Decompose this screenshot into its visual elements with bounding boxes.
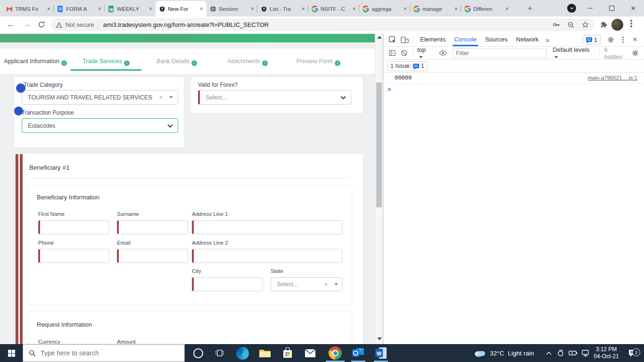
- clear-icon[interactable]: ×: [324, 281, 328, 288]
- email-field[interactable]: [117, 249, 188, 263]
- tab-close-icon[interactable]: ×: [199, 6, 203, 12]
- city-field[interactable]: [192, 277, 263, 291]
- trade-category-select[interactable]: TOURISM AND TRAVEL RELATED SERVICES ×: [22, 90, 178, 105]
- window-minimize-button[interactable]: [579, 0, 601, 16]
- bookmark-star-icon[interactable]: [581, 21, 589, 29]
- tab-applicant-information[interactable]: Applicant Informationi: [0, 58, 71, 66]
- tab-close-icon[interactable]: ×: [301, 6, 305, 12]
- valid-forex-select[interactable]: Select...: [198, 90, 351, 105]
- battery-indicator[interactable]: [567, 344, 580, 362]
- transaction-purpose-select[interactable]: Estacodes: [22, 118, 178, 133]
- context-selector[interactable]: top: [415, 46, 433, 60]
- browser-tab-difference[interactable]: Differen ×: [461, 1, 512, 16]
- word-button[interactable]: W: [371, 344, 391, 362]
- browser-tab-new-form-active[interactable]: New For ×: [156, 1, 206, 16]
- phone-field[interactable]: [38, 249, 109, 263]
- window-close-button[interactable]: ×: [622, 0, 644, 16]
- issues-pill[interactable]: 1 Issue: 1: [387, 61, 428, 71]
- first-name-field[interactable]: [38, 220, 109, 234]
- tab-attachments[interactable]: Attachmentsi: [212, 58, 283, 66]
- profile-avatar[interactable]: [611, 19, 623, 31]
- scroll-down-arrow[interactable]: [377, 337, 382, 340]
- scrollbar-thumb[interactable]: [376, 82, 382, 207]
- devtools-tab-network[interactable]: Network: [512, 33, 543, 46]
- scroll-up-arrow[interactable]: [377, 36, 382, 39]
- tray-expand-button[interactable]: [543, 344, 554, 362]
- task-view-button[interactable]: [209, 344, 230, 362]
- microsoft-store-button[interactable]: [277, 344, 298, 362]
- tab-close-icon[interactable]: ×: [454, 6, 458, 12]
- surname-field[interactable]: [117, 220, 188, 234]
- ime-indicator[interactable]: [554, 344, 567, 362]
- back-icon[interactable]: ←: [7, 19, 15, 29]
- browser-tab-session[interactable]: Session ×: [206, 1, 257, 16]
- tab-close-icon[interactable]: ×: [47, 6, 50, 12]
- file-explorer-button[interactable]: [255, 344, 275, 362]
- clear-icon[interactable]: ×: [159, 94, 163, 101]
- chrome-button[interactable]: [324, 344, 346, 362]
- weather-widget[interactable]: 32°C Light rain: [474, 344, 545, 362]
- devtools-menu-icon[interactable]: [617, 37, 629, 43]
- start-button[interactable]: [0, 344, 23, 362]
- cortana-button[interactable]: [188, 344, 208, 362]
- devtools-close-icon[interactable]: ×: [629, 35, 641, 44]
- console-settings-gear-icon[interactable]: [629, 49, 642, 57]
- zoom-out-icon[interactable]: [567, 21, 575, 29]
- tab-close-icon[interactable]: ×: [250, 6, 254, 12]
- log-levels-selector[interactable]: Default levels: [550, 46, 597, 60]
- page-scrollbar[interactable]: [375, 33, 383, 344]
- security-label[interactable]: Not secure: [66, 22, 94, 28]
- state-select[interactable]: Select... ×: [271, 277, 342, 291]
- devtools-settings-gear-icon[interactable]: [604, 36, 617, 43]
- tab-close-icon[interactable]: ×: [352, 6, 356, 12]
- taskbar-clock[interactable]: 3:12 PM 04-Oct-21: [590, 344, 622, 362]
- browser-tab-form-a[interactable]: FORM A ×: [54, 1, 105, 16]
- address1-field[interactable]: [192, 220, 342, 234]
- dropdown-caret-icon[interactable]: [169, 96, 173, 99]
- browser-tab-nsitf[interactable]: NSITF - C ×: [308, 1, 359, 16]
- edge-button[interactable]: [232, 344, 253, 362]
- browser-tab-aggregate[interactable]: aggrega ×: [359, 1, 410, 16]
- browser-tab-trms[interactable]: TRMS Fo ×: [3, 1, 54, 16]
- address2-field[interactable]: [192, 249, 342, 263]
- taskbar-search-input[interactable]: [40, 349, 159, 357]
- url-text[interactable]: ami3.tradesystem.gov.ng/form-a/create?t=…: [103, 21, 546, 28]
- more-tabs-icon[interactable]: »: [543, 36, 552, 44]
- devtools-tab-sources[interactable]: Sources: [481, 33, 512, 46]
- tab-search-button[interactable]: [567, 4, 576, 13]
- browser-tab-manage[interactable]: manage ×: [410, 1, 461, 16]
- inspect-element-icon[interactable]: [386, 36, 398, 44]
- password-key-icon[interactable]: [553, 21, 561, 28]
- action-center-button[interactable]: 2: [624, 344, 641, 362]
- device-toolbar-icon[interactable]: [398, 36, 411, 44]
- omnibox[interactable]: Not secure ami3.tradesystem.gov.ng/form-…: [51, 18, 594, 31]
- issues-badge[interactable]: 1: [583, 35, 601, 45]
- devtools-tab-console[interactable]: Console: [450, 33, 481, 46]
- tab-close-icon[interactable]: ×: [505, 6, 509, 12]
- tab-trade-services[interactable]: Trade Servicesi: [71, 58, 141, 66]
- tab-close-icon[interactable]: ×: [403, 6, 407, 12]
- browser-tab-list[interactable]: List - Tra ×: [257, 1, 308, 16]
- outlook-button[interactable]: [348, 344, 369, 362]
- browser-menu-icon[interactable]: [630, 20, 632, 27]
- console-prompt-chevron[interactable]: >: [383, 83, 644, 93]
- tab-close-icon[interactable]: ×: [98, 6, 101, 12]
- tab-preview-form[interactable]: Preview Formi: [283, 58, 354, 66]
- console-filter-input[interactable]: [453, 48, 547, 58]
- taskbar-search[interactable]: [23, 344, 185, 362]
- tab-close-icon[interactable]: ×: [149, 6, 152, 12]
- reload-icon[interactable]: [38, 21, 45, 31]
- eye-icon[interactable]: [437, 50, 449, 56]
- dropdown-caret-icon[interactable]: [334, 283, 338, 286]
- devtools-tab-elements[interactable]: Elements: [416, 33, 450, 46]
- mail-button[interactable]: [300, 344, 321, 362]
- window-maximize-button[interactable]: [601, 0, 622, 16]
- new-tab-button[interactable]: +: [524, 3, 536, 15]
- extensions-puzzle-icon[interactable]: [600, 21, 608, 31]
- forward-icon[interactable]: →: [23, 19, 31, 29]
- tab-bank-details[interactable]: Bank Detailsi: [141, 58, 212, 66]
- browser-tab-weekly[interactable]: WEEKLY ×: [105, 1, 156, 16]
- clear-console-icon[interactable]: [398, 49, 411, 57]
- console-sidebar-icon[interactable]: [386, 49, 398, 57]
- log-source-link[interactable]: main.a796521….js:1: [588, 75, 637, 81]
